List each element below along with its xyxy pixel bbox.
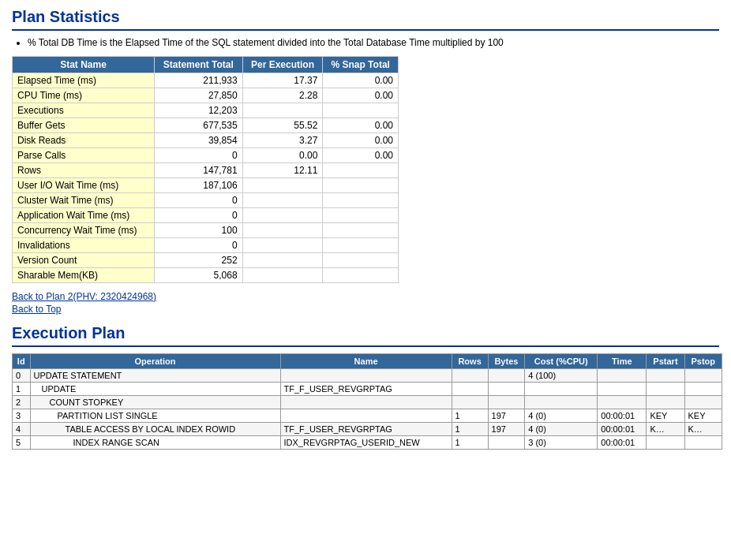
plan-stats-cell: Cluster Wait Time (ms) [13, 193, 155, 208]
back-to-plan-link[interactable]: Back to Plan 2(PHV: 2320424968) [12, 291, 719, 302]
exec-name-cell: TF_F_USER_REVGRPTAG [280, 423, 452, 436]
exec-operation-cell: PARTITION LIST SINGLE [34, 411, 158, 420]
plan-stats-cell [323, 223, 399, 238]
plan-stats-table: Stat Name Statement Total Per Execution … [12, 56, 399, 283]
plan-stats-cell: CPU Time (ms) [13, 88, 155, 103]
plan-stats-cell: 0 [154, 193, 242, 208]
col-header-stat-name: Stat Name [13, 57, 155, 73]
plan-stats-cell [242, 178, 323, 193]
plan-stats-cell: 12.11 [242, 163, 323, 178]
plan-stats-cell [323, 178, 399, 193]
plan-stats-cell: 187,106 [154, 178, 242, 193]
plan-stats-cell [323, 103, 399, 118]
col-header-snap-total: % Snap Total [323, 57, 399, 73]
plan-stats-cell [323, 253, 399, 268]
exec-pstop-cell [684, 436, 722, 450]
links-section: Back to Plan 2(PHV: 2320424968) Back to … [12, 291, 719, 315]
plan-stats-cell: 0.00 [323, 148, 399, 163]
exec-id-cell: 2 [13, 396, 31, 409]
plan-stats-cell: 55.52 [242, 118, 323, 133]
exec-plan-title: Execution Plan [12, 324, 719, 347]
table-row: 1UPDATETF_F_USER_REVGRPTAG [13, 383, 722, 396]
exec-col-header: Time [598, 354, 647, 369]
plan-stats-cell: Sharable Mem(KB) [13, 268, 155, 283]
plan-stats-cell [323, 268, 399, 283]
plan-stats-cell: 12,203 [154, 103, 242, 118]
plan-stats-cell: 27,850 [154, 88, 242, 103]
exec-col-header: Cost (%CPU) [525, 354, 598, 369]
exec-operation-cell: UPDATE STATEMENT [34, 371, 122, 380]
exec-cost-cell: 3 (0) [525, 436, 598, 450]
exec-time-cell [598, 383, 647, 396]
exec-id-cell: 4 [13, 423, 31, 436]
exec-id-cell: 3 [13, 409, 31, 423]
exec-bytes-cell: 197 [488, 423, 525, 436]
exec-bytes-cell [488, 369, 525, 383]
exec-pstop-cell [684, 383, 722, 396]
page-title: Plan Statistics [12, 8, 719, 31]
plan-stats-cell: 0.00 [323, 133, 399, 148]
exec-rows-cell: 1 [452, 409, 488, 423]
exec-col-header: Pstop [684, 354, 722, 369]
table-row: 0UPDATE STATEMENT4 (100) [13, 369, 722, 383]
exec-pstart-cell [647, 369, 684, 383]
exec-time-cell: 00:00:01 [598, 436, 647, 450]
exec-operation-cell: UPDATE [34, 384, 77, 394]
exec-name-cell: IDX_REVGRPTAG_USERID_NEW [280, 436, 452, 450]
exec-pstart-cell: KEY [647, 409, 684, 423]
plan-stats-cell: 5,068 [154, 268, 242, 283]
plan-stats-cell: 0.00 [323, 73, 399, 88]
exec-id-cell: 1 [13, 383, 31, 396]
plan-stats-cell: Executions [13, 103, 155, 118]
exec-cost-cell: 4 (100) [525, 369, 598, 383]
plan-stats-cell [323, 193, 399, 208]
plan-stats-cell: 0.00 [242, 148, 323, 163]
table-row: 3PARTITION LIST SINGLE11974 (0)00:00:01K… [13, 409, 722, 423]
table-row: 2COUNT STOPKEY [13, 396, 722, 409]
plan-stats-cell: 0 [154, 208, 242, 223]
plan-stats-cell: 39,854 [154, 133, 242, 148]
exec-id-cell: 5 [13, 436, 31, 450]
exec-col-header: Id [13, 354, 31, 369]
exec-pstop-cell [684, 396, 722, 409]
exec-cost-cell: 4 (0) [525, 409, 598, 423]
exec-plan-table: IdOperationNameRowsBytesCost (%CPU)TimeP… [12, 353, 722, 450]
exec-time-cell: 00:00:01 [598, 409, 647, 423]
col-header-per-execution: Per Execution [242, 57, 323, 73]
exec-pstop-cell [684, 369, 722, 383]
exec-id-cell: 0 [13, 369, 31, 383]
exec-bytes-cell [488, 396, 525, 409]
table-row: 4TABLE ACCESS BY LOCAL INDEX ROWIDTF_F_U… [13, 423, 722, 436]
col-header-statement-total: Statement Total [154, 57, 242, 73]
plan-stats-cell: 17.37 [242, 73, 323, 88]
exec-name-cell [280, 396, 452, 409]
plan-stats-cell [242, 268, 323, 283]
exec-rows-cell [452, 383, 488, 396]
plan-stats-cell [323, 238, 399, 253]
exec-pstart-cell: K… [647, 423, 684, 436]
exec-name-cell [280, 409, 452, 423]
plan-stats-cell: Concurrency Wait Time (ms) [13, 223, 155, 238]
plan-stats-cell: User I/O Wait Time (ms) [13, 178, 155, 193]
exec-col-header: Name [280, 354, 452, 369]
plan-stats-cell: 0.00 [323, 88, 399, 103]
exec-cost-cell: 4 (0) [525, 423, 598, 436]
plan-stats-cell: Parse Calls [13, 148, 155, 163]
plan-stats-cell [242, 223, 323, 238]
exec-time-cell [598, 396, 647, 409]
exec-time-cell [598, 369, 647, 383]
plan-stats-cell: Application Wait Time (ms) [13, 208, 155, 223]
table-row: 5INDEX RANGE SCANIDX_REVGRPTAG_USERID_NE… [13, 436, 722, 450]
note-section: % Total DB Time is the Elapsed Time of t… [12, 37, 719, 48]
plan-stats-cell [242, 103, 323, 118]
exec-pstart-cell [647, 383, 684, 396]
exec-operation-cell: COUNT STOPKEY [34, 398, 124, 407]
exec-bytes-cell [488, 383, 525, 396]
plan-stats-cell: Buffer Gets [13, 118, 155, 133]
exec-col-header: Bytes [488, 354, 525, 369]
back-to-top-link[interactable]: Back to Top [12, 304, 719, 315]
exec-cost-cell [525, 383, 598, 396]
plan-stats-cell: 211,933 [154, 73, 242, 88]
plan-stats-cell [242, 208, 323, 223]
exec-col-header: Rows [452, 354, 488, 369]
